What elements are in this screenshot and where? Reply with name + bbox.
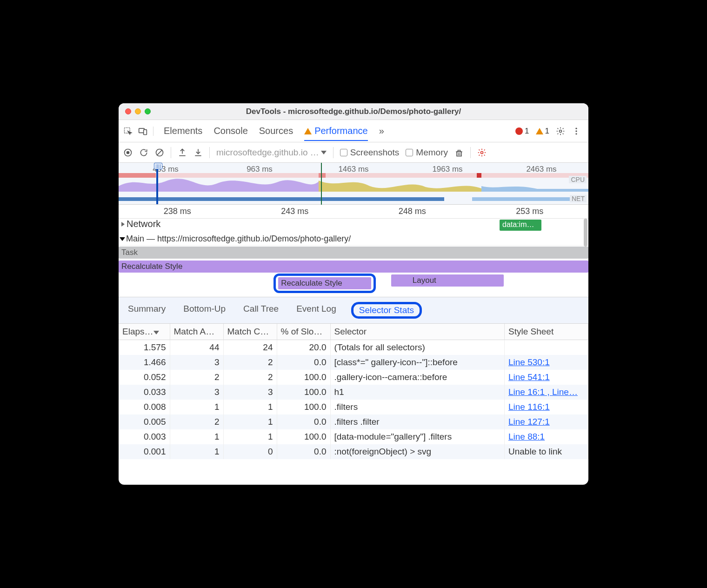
tab-sources[interactable]: Sources [259, 121, 293, 141]
svg-rect-18 [477, 173, 481, 178]
btab-summary[interactable]: Summary [125, 302, 168, 319]
table-row[interactable]: 0.005210.0.filters .filterLine 127:1 [119, 414, 588, 429]
tab-elements[interactable]: Elements [164, 121, 202, 141]
table-row[interactable]: 0.001100.0:not(foreignObject) > svgUnabl… [119, 444, 588, 459]
memory-checkbox[interactable]: Memory [406, 147, 448, 158]
svg-point-14 [480, 151, 483, 154]
col-elapsed[interactable]: Elaps… [119, 324, 170, 340]
scrollbar-thumb[interactable] [584, 219, 587, 247]
table-row[interactable]: 0.00811100.0.filtersLine 116:1 [119, 400, 588, 414]
table-row[interactable]: 1.575442420.0(Totals for all selectors) [119, 340, 588, 355]
stylesheet-link[interactable]: Line 16:1 , Line… [508, 387, 578, 397]
stylesheet-link[interactable]: Line 116:1 [508, 402, 550, 412]
svg-line-10 [157, 150, 162, 155]
svg-rect-11 [457, 152, 461, 156]
btab-calltree[interactable]: Call Tree [240, 302, 281, 319]
upload-icon[interactable] [178, 148, 187, 157]
kebab-icon[interactable] [572, 127, 581, 136]
col-stylesheet[interactable]: Style Sheet [505, 324, 588, 340]
window-title: DevTools - microsoftedge.github.io/Demos… [119, 107, 588, 116]
stylesheet-link[interactable]: Line 127:1 [508, 417, 550, 427]
flame-layout-bar[interactable]: Layout [391, 274, 504, 287]
titlebar: DevTools - microsoftedge.github.io/Demos… [119, 103, 588, 120]
col-selector[interactable]: Selector [330, 324, 505, 340]
download-icon[interactable] [193, 148, 203, 157]
overview-timeline[interactable]: 463 ms 963 ms 1463 ms 1963 ms 2463 ms CP… [119, 163, 588, 205]
flame-recalc2-bar[interactable]: Recalculate Style [278, 277, 371, 289]
btab-eventlog[interactable]: Event Log [293, 302, 339, 319]
table-row[interactable]: 0.00311100.0[data-module="gallery"] .fil… [119, 429, 588, 444]
device-toggle-icon[interactable] [138, 127, 147, 136]
svg-rect-2 [144, 129, 147, 134]
gc-icon[interactable] [454, 148, 464, 157]
warning-icon [304, 128, 312, 134]
cpu-label: CPU [569, 176, 587, 183]
chevron-down-icon [321, 151, 327, 154]
svg-rect-15 [119, 173, 588, 178]
flame-task-bar[interactable]: Task [119, 247, 588, 259]
svg-point-6 [575, 133, 577, 134]
tab-more[interactable]: » [379, 121, 384, 141]
warning-icon [536, 128, 543, 134]
col-matcha[interactable]: Match A… [170, 324, 223, 340]
col-matchc[interactable]: Match C… [223, 324, 277, 340]
btab-selectorstats[interactable]: Selector Stats [356, 303, 417, 317]
svg-point-8 [127, 151, 130, 154]
table-row[interactable]: 0.03333100.0h1Line 16:1 , Line… [119, 385, 588, 400]
flame-chart[interactable]: Network data:im… Main — https://microsof… [119, 219, 588, 297]
clear-icon[interactable] [155, 148, 164, 157]
svg-point-3 [560, 130, 562, 132]
devtools-window: DevTools - microsoftedge.github.io/Demos… [119, 103, 588, 485]
stylesheet-link[interactable]: Line 541:1 [508, 372, 550, 382]
svg-rect-16 [119, 173, 156, 178]
stylesheet-link[interactable]: Line 88:1 [508, 432, 545, 441]
main-track-label[interactable]: Main — https://microsoftedge.github.io/D… [119, 233, 588, 246]
net-label: NET [570, 195, 587, 202]
screenshots-checkbox[interactable]: Screenshots [340, 147, 400, 158]
svg-point-4 [575, 127, 577, 129]
overview-selection[interactable] [156, 163, 158, 204]
error-icon [515, 127, 523, 135]
svg-point-5 [575, 130, 577, 132]
detail-tabs: Summary Bottom-Up Call Tree Event Log Se… [119, 297, 588, 324]
selector-stats-table: Elaps… Match A… Match C… % of Slo… Selec… [119, 324, 588, 485]
inspect-icon[interactable] [123, 127, 133, 136]
settings-gear-icon[interactable] [477, 148, 487, 157]
table-row[interactable]: 0.05222100.0.gallery-icon--camera::befor… [119, 370, 588, 385]
main-tabs: Elements Console Sources Performance » 1… [119, 120, 588, 142]
table-row[interactable]: 1.466320.0[class*=" gallery-icon--"]::be… [119, 355, 588, 370]
gear-icon[interactable] [556, 127, 565, 136]
tab-console[interactable]: Console [213, 121, 247, 141]
flame-recalc-bar[interactable]: Recalculate Style [119, 261, 588, 273]
overview-graph [119, 163, 588, 205]
error-count[interactable]: 1 [515, 127, 529, 136]
col-percent[interactable]: % of Slo… [277, 324, 330, 340]
btab-bottomup[interactable]: Bottom-Up [180, 302, 228, 319]
reload-icon[interactable] [139, 148, 148, 157]
network-request-bar[interactable]: data:im… [500, 220, 541, 231]
target-dropdown[interactable]: microsoftedge.github.io … [216, 147, 327, 158]
svg-rect-19 [119, 197, 444, 201]
svg-rect-17 [319, 173, 326, 178]
caret-down-icon [120, 237, 125, 241]
warning-count[interactable]: 1 [536, 127, 549, 136]
tab-performance-label: Performance [314, 126, 368, 136]
perf-toolbar: microsoftedge.github.io … Screenshots Me… [119, 142, 588, 163]
stylesheet-link[interactable]: Line 530:1 [508, 357, 550, 367]
tab-performance[interactable]: Performance [304, 121, 368, 141]
flame-ruler: 238 ms 243 ms 248 ms 253 ms [119, 205, 588, 219]
svg-rect-20 [472, 197, 574, 201]
caret-right-icon [121, 222, 125, 227]
record-icon[interactable] [123, 148, 133, 157]
